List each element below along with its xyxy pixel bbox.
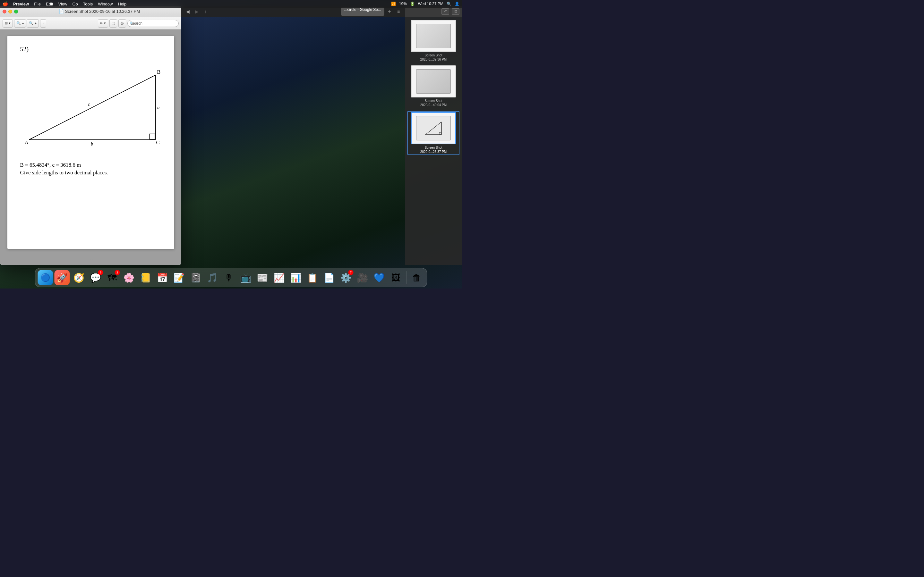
thumb-inner-3: [412, 113, 455, 143]
share-button[interactable]: ↑: [40, 19, 47, 27]
dock-keynote[interactable]: 📊: [288, 270, 304, 285]
search-menu-icon[interactable]: 🔍: [447, 2, 451, 6]
equation-text: B = 65.4834°, c = 3618.6 m: [20, 162, 162, 168]
search-container: 🔍: [128, 20, 179, 27]
zoom-in-button[interactable]: 🔍 +: [27, 19, 39, 27]
menu-tools[interactable]: Tools: [83, 2, 93, 6]
svg-text:A: A: [24, 139, 28, 145]
dock-systemprefs[interactable]: ⚙️ 7: [338, 270, 354, 285]
apple-menu[interactable]: 🍎: [3, 1, 8, 6]
dock-zoom[interactable]: 🎥: [355, 270, 370, 285]
document-area[interactable]: 52) A B C: [0, 29, 181, 255]
maps-badge: 2: [115, 270, 120, 275]
dock-appletv[interactable]: 📺: [238, 270, 254, 285]
thumb-inner-1: [412, 21, 455, 51]
share-tab-button[interactable]: ↑: [202, 8, 210, 15]
markup-button[interactable]: ✏ ▾: [98, 19, 108, 27]
thumb-screen-3: [416, 116, 451, 141]
dock-calendar[interactable]: 📅: [155, 270, 170, 285]
svg-line-0: [29, 75, 155, 140]
problem-text: B = 65.4834°, c = 3618.6 m Give side len…: [20, 162, 162, 176]
instruction-text: Give side lengths to two decimal places.: [20, 169, 162, 176]
dock-safari[interactable]: 🧭: [71, 270, 87, 285]
dock-music[interactable]: 🎵: [205, 270, 220, 285]
maximize-button[interactable]: [14, 10, 18, 13]
search-input[interactable]: [128, 20, 179, 27]
svg-text:a: a: [157, 105, 160, 110]
dock-contacts[interactable]: 📒: [138, 270, 153, 285]
dock-trash[interactable]: 🗑: [409, 270, 425, 285]
zoom-in-icon: 🔍: [29, 21, 33, 25]
chevron-down-icon2: ▾: [104, 21, 106, 25]
menubar-left: 🍎 Preview File Edit View Go Tools Window…: [3, 1, 126, 6]
zoom-out-button[interactable]: 🔍 −: [14, 19, 26, 27]
back-button[interactable]: ◀: [184, 8, 192, 15]
dock-messages2[interactable]: 💙: [372, 270, 387, 285]
menu-help[interactable]: Help: [118, 2, 126, 6]
new-tab-button[interactable]: +: [386, 8, 393, 15]
sidebar-panel: ↶ ⊡ Screen Shot 2020-0...39.36 PM Screen…: [405, 6, 462, 265]
dock-messages[interactable]: 💬 3: [88, 270, 103, 285]
thumbnail-list: Screen Shot 2020-0...39.36 PM Screen Sho…: [405, 17, 462, 265]
sidebar-expand-button[interactable]: ⊡: [452, 8, 459, 15]
zoom-controls: 🔍 − 🔍 +: [14, 19, 39, 27]
menu-file[interactable]: File: [34, 2, 41, 6]
sidebar-collapse-button[interactable]: ↶: [441, 8, 449, 15]
dock-numbers[interactable]: 📋: [305, 270, 320, 285]
thumb-label-3: Screen Shot 2020-0...26.37 PM: [420, 145, 447, 154]
thumb-label-1: Screen Shot 2020-0...39.36 PM: [420, 53, 447, 61]
chevron-down-icon: ▾: [9, 21, 11, 25]
adjust-icon: ◎: [121, 21, 124, 25]
tab-list-button[interactable]: ≡: [395, 8, 402, 15]
app-name: Preview: [13, 2, 29, 6]
search-icon: 🔍: [129, 21, 134, 25]
close-button[interactable]: [3, 10, 6, 13]
dock-divider: [406, 271, 407, 284]
thumbnail-item-1[interactable]: Screen Shot 2020-0...39.36 PM: [407, 20, 459, 61]
menu-window[interactable]: Window: [98, 2, 113, 6]
menu-edit[interactable]: Edit: [46, 2, 53, 6]
svg-text:b: b: [91, 141, 93, 147]
thumbnail-item-3[interactable]: Screen Shot 2020-0...26.37 PM: [407, 111, 459, 155]
dock-finder[interactable]: 🔵: [38, 270, 53, 285]
thumb-label-2: Screen Shot 2020-0...40.04 PM: [420, 99, 447, 107]
battery-icon: 🔋: [410, 2, 415, 6]
menu-go[interactable]: Go: [72, 2, 78, 6]
problem-number: 52): [20, 45, 162, 53]
dock-photos[interactable]: 🌸: [121, 270, 137, 285]
wifi-icon: 📶: [391, 2, 396, 6]
dock-preview[interactable]: 🖼: [388, 270, 404, 285]
redact-icon: ⬚: [111, 21, 115, 25]
redact-button[interactable]: ⬚: [110, 19, 117, 27]
user-icon: 👤: [455, 2, 459, 6]
svg-rect-3: [150, 134, 155, 139]
document-page: 52) A B C: [7, 36, 174, 249]
sidebar-toggle[interactable]: ⊞ ▾: [3, 19, 13, 27]
forward-button[interactable]: ▶: [193, 8, 200, 15]
thumb-frame-1: [411, 20, 456, 52]
window-title: 📄 Screen Shot 2020-09-16 at 10.26.37 PM: [20, 9, 179, 14]
minimize-button[interactable]: [8, 10, 12, 13]
svg-rect-13: [439, 132, 441, 134]
dock-notes[interactable]: 📓: [188, 270, 204, 285]
zoom-out-icon: 🔍: [16, 21, 21, 25]
dock-news[interactable]: 📰: [255, 270, 270, 285]
dock-reminders[interactable]: 📝: [171, 270, 187, 285]
dock-stocks[interactable]: 📈: [271, 270, 287, 285]
systemprefs-badge: 7: [349, 270, 354, 275]
active-tab[interactable]: ...circle - Google Se...: [341, 7, 384, 16]
thumbnail-item-2[interactable]: Screen Shot 2020-0...40.04 PM: [407, 65, 459, 107]
thumb-frame-3: [411, 112, 456, 144]
adjust-button[interactable]: ◎: [118, 19, 126, 27]
thumb-screen-2: [416, 69, 451, 94]
dock-pages[interactable]: 📄: [321, 270, 337, 285]
menu-view[interactable]: View: [58, 2, 67, 6]
dock-podcasts[interactable]: 🎙: [221, 270, 237, 285]
menubar-right: 📶 19% 🔋 Wed 10:27 PM 🔍 👤: [391, 2, 459, 6]
dock-maps[interactable]: 🗺 2: [105, 270, 120, 285]
pen-icon: ✏: [100, 21, 103, 25]
doc-icon: 📄: [59, 9, 64, 14]
menubar: 🍎 Preview File Edit View Go Tools Window…: [0, 0, 462, 8]
triangle-diagram: A B C c a b: [20, 59, 162, 155]
dock-launchpad[interactable]: 🚀: [55, 270, 70, 285]
